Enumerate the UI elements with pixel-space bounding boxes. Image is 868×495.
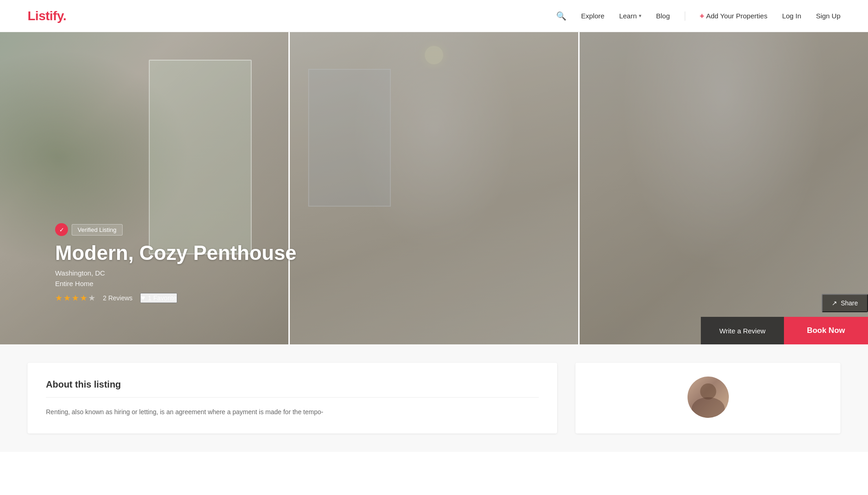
- property-title: Modern, Cozy Penthouse: [55, 242, 297, 264]
- nav-add-properties[interactable]: + Add Your Properties: [700, 11, 767, 21]
- property-location: Washington, DC: [55, 269, 297, 277]
- about-title: About this listing: [46, 379, 539, 398]
- host-avatar: [688, 377, 729, 418]
- window-decoration: [308, 69, 391, 207]
- header: Listify. 🔍 Explore Learn ▾ Blog + Add Yo…: [0, 0, 868, 32]
- star-rating: ★ ★ ★ ★ ★: [55, 293, 96, 303]
- plus-icon: +: [700, 11, 705, 21]
- verified-label: Verified Listing: [72, 224, 123, 236]
- share-button[interactable]: ↗ Share: [822, 294, 868, 312]
- main-nav: 🔍 Explore Learn ▾ Blog + Add Your Proper…: [556, 11, 840, 21]
- below-hero-section: About this listing Renting, also known a…: [0, 344, 868, 452]
- hero-section: ✓ Verified Listing Modern, Cozy Penthous…: [0, 32, 868, 344]
- nav-explore[interactable]: Explore: [581, 12, 604, 20]
- hero-content: ✓ Verified Listing Modern, Cozy Penthous…: [55, 223, 297, 303]
- logo-dot: .: [63, 9, 66, 23]
- nav-signup[interactable]: Sign Up: [816, 12, 840, 20]
- hero-action-buttons: Write a Review Book Now: [701, 317, 868, 344]
- hero-meta: ★ ★ ★ ★ ★ 2 Reviews ♥ 1 Favorite: [55, 293, 297, 303]
- share-icon: ↗: [832, 299, 837, 307]
- chevron-down-icon: ▾: [639, 13, 642, 19]
- nav-login[interactable]: Log In: [782, 12, 801, 20]
- star-5: ★: [88, 293, 96, 303]
- host-card: [575, 363, 840, 433]
- hero-panel-2: [290, 32, 580, 344]
- logo[interactable]: Listify.: [28, 9, 66, 23]
- write-review-button[interactable]: Write a Review: [701, 317, 784, 344]
- star-4: ★: [80, 293, 87, 303]
- about-text: Renting, also known as hiring or letting…: [46, 407, 539, 417]
- search-icon[interactable]: 🔍: [556, 11, 566, 21]
- lamp-decoration: [425, 46, 443, 64]
- reviews-count: 2 Reviews: [103, 294, 133, 302]
- property-type: Entire Home: [55, 280, 297, 287]
- star-2: ★: [63, 293, 71, 303]
- favorite-button[interactable]: ♥ 1 Favorite: [140, 293, 178, 303]
- verified-check-icon: ✓: [55, 223, 68, 236]
- nav-blog[interactable]: Blog: [656, 12, 670, 20]
- about-card: About this listing Renting, also known a…: [28, 363, 557, 433]
- logo-text: Listify: [28, 9, 63, 23]
- nav-learn[interactable]: Learn ▾: [619, 12, 641, 20]
- share-label: Share: [841, 299, 858, 307]
- nav-divider: [685, 11, 685, 21]
- star-3: ★: [72, 293, 79, 303]
- heart-icon: ♥: [141, 294, 146, 302]
- book-now-button[interactable]: Book Now: [784, 317, 868, 344]
- verified-badge: ✓ Verified Listing: [55, 223, 297, 236]
- favorite-count: 1 Favorite: [148, 294, 176, 302]
- star-1: ★: [55, 293, 62, 303]
